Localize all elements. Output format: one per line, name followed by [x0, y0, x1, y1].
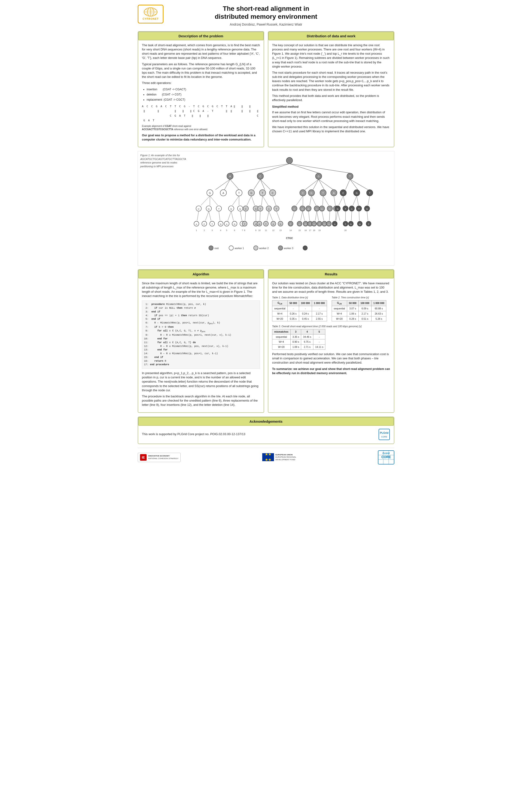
- edit-intro: Three edit operations:: [142, 81, 260, 85]
- svg-line-44: [350, 179, 368, 190]
- title-area: The short-read alignment in distributed …: [138, 5, 394, 27]
- svg-text:C: C: [272, 192, 274, 194]
- svg-text:A: A: [223, 192, 224, 194]
- svg-text:A: A: [314, 223, 315, 225]
- svg-line-130: [231, 211, 234, 221]
- eu-logo: ★★★★ EUROPEAN UNIONEUROPEAN REGIONALDEVE…: [262, 453, 296, 462]
- table3-col-mm: mismatches: [272, 329, 291, 334]
- svg-text:CORE: CORE: [381, 436, 387, 438]
- svg-text:1: 1: [196, 229, 197, 232]
- svg-line-53: [210, 196, 218, 206]
- top-two-col: Description of the problem The task of s…: [138, 31, 394, 148]
- svg-text:10: 10: [258, 229, 261, 232]
- svg-text:PLGrid: PLGrid: [383, 452, 390, 454]
- svg-line-148: [269, 211, 272, 221]
- svg-line-190: [352, 211, 352, 221]
- main-title: The short-read alignment in distributed …: [138, 5, 394, 20]
- edit-op-replacement: replacement (CGAT -> CGCT): [147, 97, 260, 102]
- acknowledgements-section: Acknowledgements This work is supported …: [138, 417, 394, 444]
- svg-text:worker 2: worker 2: [259, 247, 269, 250]
- svg-line-183: [336, 211, 338, 221]
- svg-text:C: C: [342, 192, 344, 194]
- svg-text:19: 19: [318, 229, 321, 232]
- svg-text:4: 4: [220, 229, 221, 232]
- svg-line-18: [225, 179, 230, 190]
- svg-line-102: [339, 196, 343, 206]
- svg-text:G: G: [318, 175, 320, 178]
- trie-diagram: A C G T G T A: [189, 154, 390, 262]
- svg-text:15: 15: [298, 229, 301, 232]
- svg-text:20: 20: [344, 229, 347, 232]
- results-conclusion: To summarize: we achieve our goal and sh…: [272, 367, 390, 375]
- svg-text:13: 13: [279, 229, 282, 232]
- svg-line-138: [245, 211, 246, 221]
- problem-section-header: Description of the problem: [138, 32, 264, 40]
- svg-text:5: 5: [226, 229, 227, 232]
- svg-text:G: G: [208, 208, 209, 210]
- svg-point-224: [253, 246, 258, 250]
- algorithm-para2: In presented algorithm, p=p_1,p_2,...p_k…: [142, 371, 260, 393]
- svg-text:T: T: [211, 223, 213, 225]
- svg-text:A: A: [351, 208, 353, 210]
- svg-text:7: 7: [242, 229, 243, 232]
- svg-line-73: [263, 196, 268, 206]
- svg-line-88: [311, 196, 316, 206]
- distribution-section: Distribution of data and work The key co…: [268, 31, 394, 148]
- svg-text:T: T: [345, 223, 346, 225]
- svg-text:A: A: [196, 223, 197, 225]
- svg-text:G: G: [356, 192, 358, 194]
- problem-para1: The task of short-read alignment, which …: [142, 43, 260, 60]
- bottom-two-col: Algorithm Since the maximum length of sh…: [138, 269, 394, 413]
- eu-label: EUROPEAN UNIONEUROPEAN REGIONALDEVELOPME…: [276, 454, 296, 461]
- svg-line-43: [350, 179, 358, 190]
- svg-text:2: 2: [204, 229, 205, 232]
- results-para1: Our solution was tested on Zeus cluster …: [272, 281, 390, 294]
- svg-line-4: [230, 164, 289, 173]
- svg-text:A: A: [321, 208, 323, 210]
- svg-text:worker 4: worker 4: [308, 247, 318, 250]
- svg-text:G: G: [250, 192, 252, 194]
- algorithm-section-header: Algorithm: [138, 270, 264, 279]
- svg-text:A: A: [255, 223, 256, 225]
- svg-line-7: [289, 164, 350, 173]
- table2-caption: Table 2. Tries construction time [s]: [332, 296, 386, 299]
- svg-text:C: C: [260, 175, 261, 178]
- svg-line-78: [272, 196, 276, 206]
- svg-line-144: [260, 211, 260, 221]
- svg-text:T: T: [260, 208, 261, 210]
- svg-line-126: [219, 211, 220, 221]
- svg-line-42: [345, 179, 350, 190]
- svg-text:T: T: [322, 192, 324, 194]
- svg-text:G: G: [220, 223, 222, 225]
- svg-text:G: G: [366, 208, 368, 210]
- svg-text:G: G: [230, 208, 232, 210]
- svg-line-94: [323, 196, 329, 206]
- svg-text:18: 18: [313, 229, 315, 232]
- table1: GLN 50 000 100 000 1 000 000 sequential-…: [272, 300, 327, 321]
- ack-section-header: Acknowledgements: [138, 417, 394, 426]
- svg-text:8: 8: [244, 229, 245, 232]
- svg-line-180: [336, 211, 336, 221]
- table-row: sequential3.35 s34.46 s-: [272, 334, 325, 339]
- table-row: W=200.28 s0.51 s5.28 s: [332, 316, 386, 321]
- svg-text:T: T: [244, 223, 245, 225]
- svg-line-196: [367, 211, 368, 221]
- align-caption: Example alignment of CGAT short-read aga…: [142, 125, 260, 131]
- svg-text:A: A: [299, 223, 301, 225]
- svg-line-67: [251, 196, 255, 206]
- algorithm-section: Algorithm Since the maximum length of sh…: [138, 269, 264, 413]
- svg-line-120: [206, 211, 209, 221]
- table-row: W=40.26 s0.24 s2.17 s: [272, 311, 327, 316]
- svg-text:T: T: [290, 223, 291, 225]
- svg-text:C: C: [294, 208, 295, 210]
- svg-text:CTGC: CTGC: [286, 237, 293, 240]
- table2-col-100k: 100 000: [358, 300, 371, 306]
- goal-text: Our goal was to propose a method for a d…: [142, 133, 260, 142]
- svg-text:worker 3: worker 3: [284, 247, 293, 250]
- table3-col-3: 3: [290, 329, 301, 334]
- table3: mismatches 3 4 5 sequential3.35 s34.46 s…: [272, 329, 325, 350]
- simplified-heading: Simplified method: [272, 104, 390, 109]
- svg-text:T: T: [276, 208, 277, 210]
- plgrid-core-logo: PLGrid CORE: [378, 450, 394, 464]
- svg-line-160: [302, 211, 305, 221]
